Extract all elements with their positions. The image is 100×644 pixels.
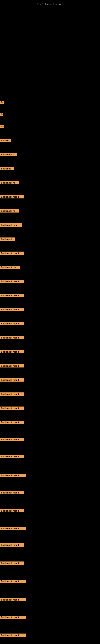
bottleneck-result-label: Bottleneck result bbox=[0, 195, 24, 198]
bottleneck-result-label: Bottleneck result bbox=[0, 378, 24, 382]
bottleneck-result-label: Bottleneck result bbox=[0, 438, 24, 441]
bottleneck-result-row: Bottleneck result bbox=[0, 252, 24, 256]
bottleneck-result-row: Bottleneck result bbox=[0, 364, 24, 368]
bottleneck-result-row: Bottleneck result bbox=[0, 616, 26, 620]
bottleneck-result-row: Bottleneck result bbox=[0, 322, 24, 326]
bottleneck-result-label: Bottleneck result bbox=[0, 544, 24, 546]
bottleneck-result-label: Bottleneck result bbox=[0, 280, 24, 283]
bottleneck-result-row: Bottleneck result bbox=[0, 509, 24, 513]
bottleneck-result-row: Bottleneck result bbox=[0, 527, 26, 531]
bottleneck-result-row: Bottleneck result bbox=[0, 491, 24, 495]
bottleneck-result-label: Bottlenec bbox=[0, 167, 14, 170]
bottleneck-result-row: Bottleneck result bbox=[0, 598, 26, 602]
bottleneck-result-label: Bottleneck result bbox=[0, 364, 24, 368]
bottleneck-result-row: Bottleneck re bbox=[0, 181, 19, 185]
bottleneck-result-label: B bbox=[0, 100, 3, 104]
bottleneck-result-label: Bottleneck result bbox=[0, 308, 24, 311]
bottleneck-result-row: Bottleneck resu bbox=[0, 224, 22, 228]
bottleneck-result-row: Bottleneck result bbox=[0, 294, 24, 298]
bottleneck-result-label: Bottleneck result bbox=[0, 474, 26, 477]
bottleneck-result-label: Bottleneck result bbox=[0, 406, 24, 410]
bottleneck-result-row: Bottleneck result bbox=[0, 392, 24, 396]
bottleneck-result-label: Bottleneck result bbox=[0, 420, 24, 424]
bottleneck-result-row: Bottleneck re bbox=[0, 209, 19, 213]
bottleneck-result-label: Bottleneck result bbox=[0, 294, 24, 297]
bottleneck-result-label: Bottleneck result bbox=[0, 350, 24, 354]
bottleneck-result-row: Bottleneck result bbox=[0, 350, 24, 354]
bottleneck-result-label: Bottlen bbox=[0, 139, 11, 142]
bottleneck-result-row: Bottleneck result bbox=[0, 562, 24, 566]
bottleneck-result-label: Bottleneck r bbox=[0, 153, 17, 156]
site-title: TheBottlenecker.com bbox=[0, 1, 100, 8]
bottleneck-result-label: Bottleneck result bbox=[0, 616, 26, 619]
bottleneck-result-label: Bottleneck result bbox=[0, 322, 24, 325]
bottleneck-result-label: Bottleneck result bbox=[0, 634, 26, 637]
bottleneck-result-label: B bbox=[0, 113, 3, 116]
bottleneck-result-label: Bottleneck result bbox=[0, 509, 24, 512]
bottleneck-result-label: Bottleneck result bbox=[0, 580, 26, 583]
bottleneck-result-row: B bbox=[0, 113, 3, 117]
bottleneck-result-label: Bottleneck result bbox=[0, 491, 24, 494]
bottleneck-result-label: Bottleneck result bbox=[0, 252, 24, 255]
bottleneck-result-row: Bottlen bbox=[0, 139, 11, 143]
bottleneck-result-label: Bottleneck bbox=[0, 238, 15, 241]
bottleneck-result-row: Bottleneck r bbox=[0, 153, 17, 157]
bottleneck-result-label: Bottleneck result bbox=[0, 455, 24, 458]
bottleneck-result-row: Bo bbox=[0, 125, 4, 129]
bottleneck-result-row: Bottleneck result bbox=[0, 406, 24, 410]
bottleneck-result-row: Bottleneck result bbox=[0, 420, 24, 425]
bottleneck-result-label: Bottleneck re bbox=[0, 181, 19, 184]
bottleneck-result-row: Bottleneck result bbox=[0, 438, 24, 442]
bottleneck-result-row: Bottleneck res bbox=[0, 266, 20, 270]
bottleneck-result-row: B bbox=[0, 100, 3, 105]
bottleneck-result-label: Bottleneck result bbox=[0, 598, 26, 601]
bottleneck-result-label: Bottleneck re bbox=[0, 209, 19, 212]
bottleneck-result-row: Bottleneck result bbox=[0, 455, 24, 459]
bottleneck-result-row: Bottleneck result bbox=[0, 634, 26, 638]
bottleneck-result-row: Bottleneck bbox=[0, 238, 15, 242]
bottleneck-result-row: Bottleneck result bbox=[0, 544, 24, 548]
bottleneck-result-row: Bottleneck result bbox=[0, 474, 26, 478]
bottleneck-result-row: Bottleneck result bbox=[0, 580, 26, 584]
bottleneck-result-row: Bottleneck result bbox=[0, 336, 24, 340]
bottleneck-result-row: Bottleneck result bbox=[0, 195, 24, 199]
bottleneck-result-label: Bo bbox=[0, 125, 4, 128]
bottleneck-result-label: Bottleneck result bbox=[0, 392, 24, 396]
bottleneck-result-row: Bottleneck result bbox=[0, 308, 24, 312]
bottleneck-result-label: Bottleneck res bbox=[0, 266, 20, 269]
bottleneck-result-label: Bottleneck result bbox=[0, 562, 24, 565]
bottleneck-result-row: Bottlenec bbox=[0, 167, 14, 171]
bottleneck-result-label: Bottleneck result bbox=[0, 336, 24, 339]
bottleneck-result-row: Bottleneck result bbox=[0, 378, 24, 382]
bottleneck-result-label: Bottleneck result bbox=[0, 527, 26, 530]
bottleneck-result-label: Bottleneck resu bbox=[0, 224, 22, 226]
bottleneck-result-row: Bottleneck result bbox=[0, 280, 24, 284]
